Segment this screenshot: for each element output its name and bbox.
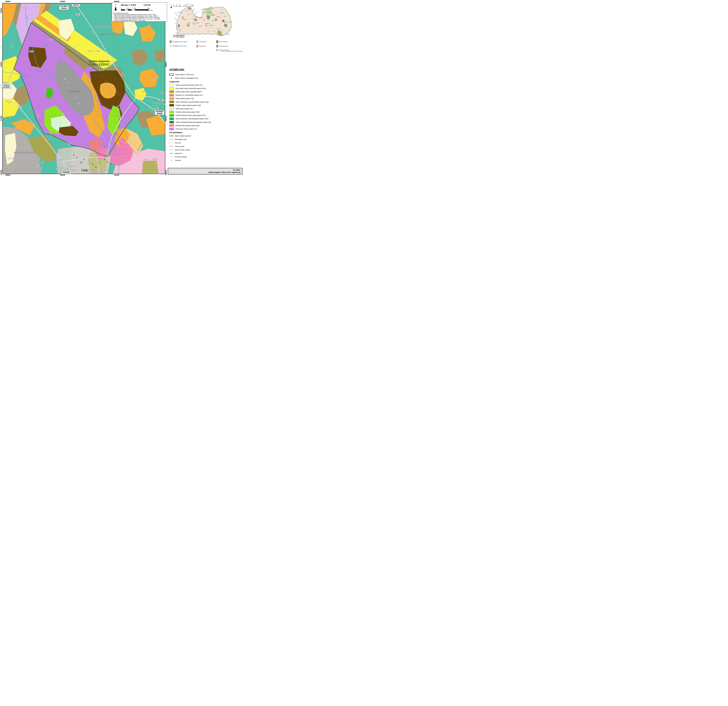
soil-label: Velēnu podzolētā (parastā) augsne (Pv) [175, 84, 202, 86]
soil-label: Velēnu karbonātu virspusēji glejotā augs… [175, 101, 209, 103]
inset-city-label: JŪRMALA [195, 17, 199, 17]
soil-type-row: Vāji erodētā velēnu podzolētā augsne (E1… [169, 87, 243, 90]
soil-swatch [169, 104, 174, 106]
soil-swatch [169, 114, 174, 117]
soil-type-row: Aluviālā velēnu glejotā augsne (Ag) [169, 124, 243, 127]
town-label: TĀŠI [81, 169, 88, 172]
road-number-badge: B9 [76, 13, 80, 16]
legend-other-heading: Citi apzīmējumi: [169, 132, 243, 133]
inset-city-label: LIMBAŽI [202, 12, 206, 13]
map-drawing [3, 3, 165, 174]
coordinate-label: 278000 [0, 62, 2, 67]
inset-legend-label: Aizsargājams ainavu apvidus [172, 41, 188, 42]
coordinate-label: 276000 [0, 170, 2, 175]
inset-north-arrow-icon [170, 6, 172, 8]
coordinate-label: 329000 [60, 1, 65, 2]
homestead-dot [92, 51, 93, 52]
inset-city-label: Rucava [175, 32, 178, 33]
soil-swatch [169, 107, 174, 110]
source-note: - Grobiņas novada teritorijas plānojumu … [113, 20, 166, 21]
inset-legend-swatch [196, 45, 198, 48]
other-symbol-row: Cits ceļš [169, 141, 243, 145]
homestead-dot [143, 92, 144, 94]
soil-swatch [169, 84, 174, 86]
homestead-dot [43, 20, 44, 22]
scale-bar-graphic [121, 9, 149, 10]
soil-label: Velēnu podzolētā virspusēji glejotā augs… [175, 118, 208, 120]
soil-type-row: Velēnu karbonātu virspusēji glejotā augs… [169, 100, 243, 104]
inset-legend-item: Dabas liegums [196, 41, 207, 43]
soil-label: Aluviālā velēnu glejotā augsne (Ag) [175, 124, 199, 126]
inset-city-label: VALKA [211, 8, 214, 9]
inset-legend-item: Dabas parks [196, 45, 206, 48]
road-number-badge: A7 [18, 106, 22, 109]
inset-north-letter: N [170, 4, 172, 6]
soil-type-row: Trūdainā velēnu gleja augsne (VGt) [169, 110, 243, 114]
soil-swatch [169, 124, 174, 127]
inset-overview-map: N 02550100150 km [169, 2, 243, 52]
homestead-dot [50, 41, 51, 42]
inset-legend-swatch [216, 41, 218, 43]
reserve-boundary-swatch [169, 74, 174, 76]
homestead-dot [106, 149, 107, 150]
soil-swatch [169, 128, 174, 130]
map-scale-title: Mērogs 1: 8 000 [121, 4, 136, 6]
inset-scale-tick [173, 6, 174, 7]
other-symbol-row: Purvaina teritorija [169, 155, 243, 159]
road-number-badge: A7 [66, 168, 69, 170]
coordinate-label: 277000 [0, 116, 2, 121]
inset-city-label: LUDZA [228, 22, 231, 23]
scale-bar-tick-label: 250 [134, 7, 136, 9]
legend-protected-tree: Valsts nozīmes aizsargājams koks [169, 76, 243, 80]
other-symbol-row: Viensēta [169, 159, 243, 162]
inset-city-label: Aknīste [212, 31, 215, 32]
inset-city-label: TALSI [188, 14, 189, 15]
source-note: - Latvijas Ģeotelpiskās informācijas aģe… [113, 18, 166, 20]
soil-type-row: Velēnu podzolētā glejotā (gruntsglejotā)… [169, 120, 243, 124]
soil-type-row: Zemā purva kūdras augsne (Tz) [169, 127, 243, 130]
admin-area-label: GROBIŅAS NOVADS [8, 157, 32, 160]
homestead-dot [155, 160, 156, 161]
tree-icon [169, 77, 173, 79]
coordinate-label: 330000 [114, 174, 119, 176]
crs-label: LKS-92 [144, 4, 150, 6]
inset-city-label: Vecvārkava [217, 28, 220, 29]
soil-type-row: Vidēji erodētā velēnu podzolētā (E2Pv) [169, 90, 243, 93]
scale-bar-unit: metri [150, 9, 153, 11]
soil-type-row: Trūdainā velēnu glejotā augstne (Vgt) [169, 104, 243, 107]
other-symbol-label: Ūdenstece [175, 152, 182, 154]
source-notes: Karte sagatavota izmantojot: - Dabas aiz… [113, 12, 166, 21]
soil-swatch [169, 117, 174, 120]
north-arrow: N [114, 4, 117, 10]
homestead-dot [40, 169, 41, 170]
inset-north-arrow: N [170, 4, 172, 8]
soil-type-row: Velēnu gleja augsne (VG) [169, 107, 243, 110]
homestead-dot [50, 133, 51, 134]
soil-swatch [169, 94, 174, 96]
destination-sign: GROBIŅA DURBE [155, 110, 165, 115]
road-number-badge: V1192 [29, 51, 35, 52]
inset-legend-swatch [170, 45, 171, 47]
other-symbol-row: Pašvaldības ceļš [169, 137, 243, 141]
homestead-dot [9, 103, 10, 104]
inset-city-label: BALVI [224, 16, 226, 17]
soil-swatch [169, 121, 174, 123]
other-symbol-label: Pašvaldības ceļš [175, 139, 186, 140]
inset-city-label: RĪGA [200, 17, 202, 18]
map-area: KlučiEzerkrastiKrastmaļiDambjiLiepasMazt… [2, 3, 165, 174]
homestead-dot [98, 172, 99, 174]
other-symbol-label: Zemes vienību robeža [175, 149, 190, 151]
inset-city-label: MADONA [212, 20, 215, 21]
homestead-dot [90, 164, 92, 166]
inset-callout: Dabas liegums "TĀŠU EZERS" [174, 35, 185, 38]
inset-city-label: VALMIERA [207, 12, 211, 13]
inset-legend-label: Nacionālais parks [219, 45, 228, 47]
legend-soil-heading: Augšņu tipi: [169, 81, 243, 83]
other-symbol-row: Zemes vienību robeža [169, 148, 243, 152]
inset-city-label: SMILTENE [211, 15, 215, 16]
homestead-dot [156, 103, 157, 104]
other-symbol-label: Valsts vietējais autoceļš [175, 135, 191, 137]
inset-city-label: JELGAVA [196, 23, 199, 23]
inset-legend-swatch [216, 45, 218, 48]
inset-source: Avots: GIS Latvija 10.2 (SIA "Envirotech… [213, 51, 243, 52]
